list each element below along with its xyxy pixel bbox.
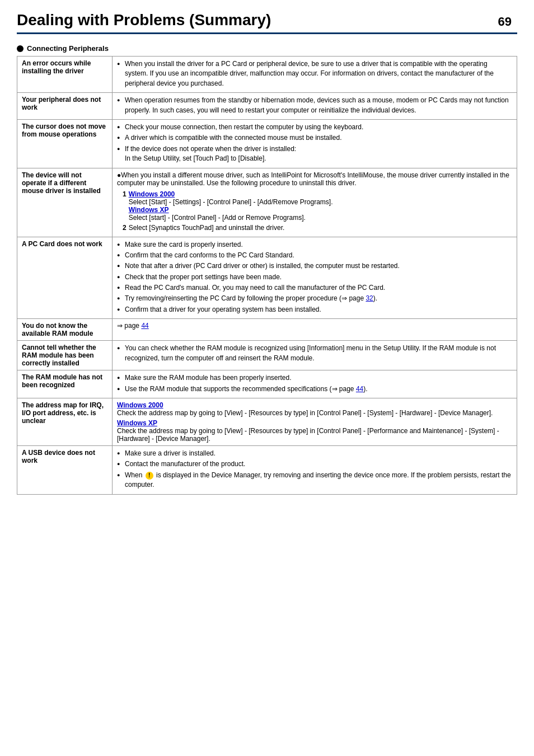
solution-cell: When you install the driver for a PC Car… <box>113 57 517 93</box>
list-item: Make sure the RAM module has been proper… <box>117 373 512 383</box>
table-row: Your peripheral does not work When opera… <box>17 93 517 120</box>
table-row: The RAM module has not been recognized M… <box>17 370 517 398</box>
step-num-2: 2 <box>123 224 127 232</box>
addr-wxp-text: Check the address map by going to [View]… <box>117 427 499 443</box>
windowsxp-label: Windows XP <box>129 206 169 214</box>
solution-cell: Check your mouse connection, then restar… <box>113 119 517 168</box>
table-row: Cannot tell whether the RAM module has b… <box>17 341 517 370</box>
step-content-2: Select [Synaptics TouchPad] and uninstal… <box>129 224 285 232</box>
problem-cell: You do not know the available RAM module <box>17 319 113 341</box>
list-item: Check your mouse connection, then restar… <box>117 123 512 132</box>
section-label: Connecting Peripherals <box>27 44 109 53</box>
solution-cell: ⇒ page 44 <box>113 319 517 341</box>
warning-icon: ! <box>146 472 153 480</box>
problem-cell: The RAM module has not been recognized <box>17 370 113 398</box>
page-link-44b[interactable]: 44 <box>356 385 363 393</box>
problem-cell: Cannot tell whether the RAM module has b… <box>17 341 113 370</box>
section-header: Connecting Peripherals <box>17 44 517 53</box>
list-item: Contact the manufacturer of the product. <box>117 459 512 469</box>
list-item: Confirm that the card conforms to the PC… <box>117 251 512 260</box>
table-row: A USB device does not work Make sure a d… <box>17 446 517 495</box>
table-row: The cursor does not move from mouse oper… <box>17 119 517 168</box>
problem-cell: A PC Card does not work <box>17 237 113 319</box>
list-item: When operation resumes from the standby … <box>117 96 512 115</box>
list-item: A driver which is compatible with the co… <box>117 133 512 143</box>
solution-cell: Make sure a driver is installed. Contact… <box>113 446 517 495</box>
solution-cell: You can check whether the RAM module is … <box>113 341 517 370</box>
step-content-1: Windows 2000 Select [Start] - [Settings]… <box>129 190 333 222</box>
w2000-text: Select [Start] - [Settings] - [Control P… <box>129 198 333 206</box>
list-item: Check that the proper port settings have… <box>117 273 512 282</box>
list-item: Confirm that a driver for your operating… <box>117 305 512 314</box>
page-link-44[interactable]: 44 <box>141 322 148 330</box>
table-row: The address map for IRQ, I/O port addres… <box>17 398 517 446</box>
table-row: You do not know the available RAM module… <box>17 319 517 341</box>
problem-cell: The device will not operate if a differe… <box>17 168 113 237</box>
table-row: A PC Card does not work Make sure the ca… <box>17 237 517 319</box>
page-ref-44: ⇒ page 44 <box>117 322 149 330</box>
windowsxp-addr-label: Windows XP <box>117 419 157 427</box>
step-num-1: 1 <box>123 190 127 198</box>
list-item: Note that after a driver (PC Card driver… <box>117 261 512 271</box>
solution-cell: Make sure the card is properly inserted.… <box>113 237 517 319</box>
list-item: Make sure the card is properly inserted. <box>117 240 512 250</box>
addr-w2000-text: Check the address map by going to [View]… <box>117 409 493 417</box>
list-item: Use the RAM module that supports the rec… <box>117 384 512 394</box>
list-item: Read the PC Card's manual. Or, you may n… <box>117 283 512 293</box>
problem-cell: The address map for IRQ, I/O port addres… <box>17 398 113 446</box>
list-item: When ! is displayed in the Device Manage… <box>117 471 512 490</box>
page-number: 69 <box>498 15 517 29</box>
list-item: When you install the driver for a PC Car… <box>117 59 512 88</box>
list-item: If the device does not operate when the … <box>117 144 512 164</box>
table-row: An error occurs while installing the dri… <box>17 57 517 93</box>
problem-cell: The cursor does not move from mouse oper… <box>17 119 113 168</box>
solution-cell: When operation resumes from the standby … <box>113 93 517 120</box>
step-block-1: 1 Windows 2000 Select [Start] - [Setting… <box>123 190 512 232</box>
table-row: The device will not operate if a differe… <box>17 168 517 237</box>
step-row-1: 1 Windows 2000 Select [Start] - [Setting… <box>123 190 512 222</box>
solution-cell: Windows 2000 Check the address map by go… <box>113 398 517 446</box>
windows2000-addr-label: Windows 2000 <box>117 401 163 409</box>
list-item: You can check whether the RAM module is … <box>117 344 512 363</box>
solution-cell: ●When you install a different mouse driv… <box>113 168 517 237</box>
wxp-text: Select [start] - [Control Panel] - [Add … <box>129 214 306 222</box>
problem-cell: An error occurs while installing the dri… <box>17 57 113 93</box>
page-header: Dealing with Problems (Summary) 69 <box>17 11 517 34</box>
addr-block: Windows 2000 Check the address map by go… <box>117 401 512 443</box>
solution-cell: Make sure the RAM module has been proper… <box>113 370 517 398</box>
page-link-32[interactable]: 32 <box>366 294 373 302</box>
problems-table: An error occurs while installing the dri… <box>17 56 517 495</box>
step-row-2: 2 Select [Synaptics TouchPad] and uninst… <box>123 224 512 232</box>
windows2000-label: Windows 2000 <box>129 190 175 198</box>
page-title: Dealing with Problems (Summary) <box>17 11 271 29</box>
intro-text: ●When you install a different mouse driv… <box>117 171 512 187</box>
list-item: Try removing/reinserting the PC Card by … <box>117 294 512 303</box>
list-item: Make sure a driver is installed. <box>117 449 512 458</box>
problem-cell: A USB device does not work <box>17 446 113 495</box>
problem-cell: Your peripheral does not work <box>17 93 113 120</box>
